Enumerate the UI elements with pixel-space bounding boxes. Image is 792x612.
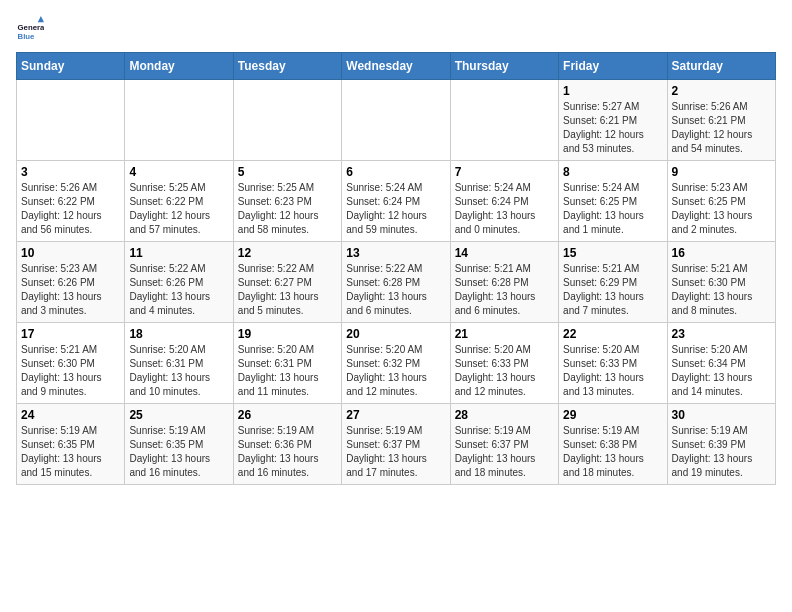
weekday-header-thursday: Thursday <box>450 53 558 80</box>
svg-text:General: General <box>18 23 44 32</box>
week-row-5: 24Sunrise: 5:19 AM Sunset: 6:35 PM Dayli… <box>17 404 776 485</box>
day-number: 24 <box>21 408 120 422</box>
day-number: 13 <box>346 246 445 260</box>
day-number: 7 <box>455 165 554 179</box>
header: General Blue <box>16 16 776 44</box>
day-number: 25 <box>129 408 228 422</box>
day-info: Sunrise: 5:25 AM Sunset: 6:23 PM Dayligh… <box>238 181 337 237</box>
calendar-cell: 16Sunrise: 5:21 AM Sunset: 6:30 PM Dayli… <box>667 242 775 323</box>
day-info: Sunrise: 5:19 AM Sunset: 6:36 PM Dayligh… <box>238 424 337 480</box>
weekday-header-saturday: Saturday <box>667 53 775 80</box>
calendar-cell: 5Sunrise: 5:25 AM Sunset: 6:23 PM Daylig… <box>233 161 341 242</box>
day-info: Sunrise: 5:23 AM Sunset: 6:25 PM Dayligh… <box>672 181 771 237</box>
day-info: Sunrise: 5:19 AM Sunset: 6:39 PM Dayligh… <box>672 424 771 480</box>
calendar-cell: 9Sunrise: 5:23 AM Sunset: 6:25 PM Daylig… <box>667 161 775 242</box>
day-number: 3 <box>21 165 120 179</box>
day-info: Sunrise: 5:19 AM Sunset: 6:35 PM Dayligh… <box>129 424 228 480</box>
day-number: 10 <box>21 246 120 260</box>
calendar-cell <box>342 80 450 161</box>
day-number: 19 <box>238 327 337 341</box>
calendar-cell: 8Sunrise: 5:24 AM Sunset: 6:25 PM Daylig… <box>559 161 667 242</box>
week-row-1: 1Sunrise: 5:27 AM Sunset: 6:21 PM Daylig… <box>17 80 776 161</box>
calendar-cell: 30Sunrise: 5:19 AM Sunset: 6:39 PM Dayli… <box>667 404 775 485</box>
calendar-cell: 22Sunrise: 5:20 AM Sunset: 6:33 PM Dayli… <box>559 323 667 404</box>
day-info: Sunrise: 5:24 AM Sunset: 6:25 PM Dayligh… <box>563 181 662 237</box>
day-info: Sunrise: 5:20 AM Sunset: 6:33 PM Dayligh… <box>563 343 662 399</box>
day-info: Sunrise: 5:21 AM Sunset: 6:28 PM Dayligh… <box>455 262 554 318</box>
day-info: Sunrise: 5:22 AM Sunset: 6:26 PM Dayligh… <box>129 262 228 318</box>
day-number: 2 <box>672 84 771 98</box>
calendar-cell: 19Sunrise: 5:20 AM Sunset: 6:31 PM Dayli… <box>233 323 341 404</box>
day-info: Sunrise: 5:22 AM Sunset: 6:27 PM Dayligh… <box>238 262 337 318</box>
day-number: 18 <box>129 327 228 341</box>
week-row-2: 3Sunrise: 5:26 AM Sunset: 6:22 PM Daylig… <box>17 161 776 242</box>
day-number: 9 <box>672 165 771 179</box>
weekday-header-row: SundayMondayTuesdayWednesdayThursdayFrid… <box>17 53 776 80</box>
calendar-cell: 3Sunrise: 5:26 AM Sunset: 6:22 PM Daylig… <box>17 161 125 242</box>
day-number: 23 <box>672 327 771 341</box>
week-row-4: 17Sunrise: 5:21 AM Sunset: 6:30 PM Dayli… <box>17 323 776 404</box>
day-info: Sunrise: 5:25 AM Sunset: 6:22 PM Dayligh… <box>129 181 228 237</box>
calendar-cell: 10Sunrise: 5:23 AM Sunset: 6:26 PM Dayli… <box>17 242 125 323</box>
weekday-header-wednesday: Wednesday <box>342 53 450 80</box>
day-info: Sunrise: 5:22 AM Sunset: 6:28 PM Dayligh… <box>346 262 445 318</box>
calendar-cell: 15Sunrise: 5:21 AM Sunset: 6:29 PM Dayli… <box>559 242 667 323</box>
day-info: Sunrise: 5:20 AM Sunset: 6:34 PM Dayligh… <box>672 343 771 399</box>
calendar-cell: 12Sunrise: 5:22 AM Sunset: 6:27 PM Dayli… <box>233 242 341 323</box>
calendar-cell: 4Sunrise: 5:25 AM Sunset: 6:22 PM Daylig… <box>125 161 233 242</box>
day-info: Sunrise: 5:21 AM Sunset: 6:30 PM Dayligh… <box>21 343 120 399</box>
calendar-cell: 23Sunrise: 5:20 AM Sunset: 6:34 PM Dayli… <box>667 323 775 404</box>
calendar-cell: 29Sunrise: 5:19 AM Sunset: 6:38 PM Dayli… <box>559 404 667 485</box>
day-number: 14 <box>455 246 554 260</box>
calendar-cell <box>17 80 125 161</box>
day-number: 5 <box>238 165 337 179</box>
calendar-cell <box>125 80 233 161</box>
calendar-cell: 2Sunrise: 5:26 AM Sunset: 6:21 PM Daylig… <box>667 80 775 161</box>
day-info: Sunrise: 5:19 AM Sunset: 6:37 PM Dayligh… <box>455 424 554 480</box>
calendar-cell: 24Sunrise: 5:19 AM Sunset: 6:35 PM Dayli… <box>17 404 125 485</box>
calendar-cell: 17Sunrise: 5:21 AM Sunset: 6:30 PM Dayli… <box>17 323 125 404</box>
day-number: 12 <box>238 246 337 260</box>
day-info: Sunrise: 5:21 AM Sunset: 6:29 PM Dayligh… <box>563 262 662 318</box>
svg-marker-2 <box>38 16 44 22</box>
weekday-header-monday: Monday <box>125 53 233 80</box>
day-info: Sunrise: 5:20 AM Sunset: 6:33 PM Dayligh… <box>455 343 554 399</box>
logo: General Blue <box>16 16 48 44</box>
day-number: 29 <box>563 408 662 422</box>
calendar-cell: 26Sunrise: 5:19 AM Sunset: 6:36 PM Dayli… <box>233 404 341 485</box>
calendar-cell: 21Sunrise: 5:20 AM Sunset: 6:33 PM Dayli… <box>450 323 558 404</box>
day-info: Sunrise: 5:26 AM Sunset: 6:22 PM Dayligh… <box>21 181 120 237</box>
day-number: 16 <box>672 246 771 260</box>
day-number: 21 <box>455 327 554 341</box>
day-number: 20 <box>346 327 445 341</box>
day-number: 4 <box>129 165 228 179</box>
calendar-cell: 1Sunrise: 5:27 AM Sunset: 6:21 PM Daylig… <box>559 80 667 161</box>
calendar-cell: 14Sunrise: 5:21 AM Sunset: 6:28 PM Dayli… <box>450 242 558 323</box>
day-number: 17 <box>21 327 120 341</box>
logo-icon: General Blue <box>16 16 44 44</box>
day-number: 30 <box>672 408 771 422</box>
weekday-header-friday: Friday <box>559 53 667 80</box>
calendar-cell <box>450 80 558 161</box>
weekday-header-sunday: Sunday <box>17 53 125 80</box>
calendar-cell: 7Sunrise: 5:24 AM Sunset: 6:24 PM Daylig… <box>450 161 558 242</box>
day-info: Sunrise: 5:23 AM Sunset: 6:26 PM Dayligh… <box>21 262 120 318</box>
day-number: 28 <box>455 408 554 422</box>
day-number: 6 <box>346 165 445 179</box>
calendar-cell: 27Sunrise: 5:19 AM Sunset: 6:37 PM Dayli… <box>342 404 450 485</box>
svg-text:Blue: Blue <box>18 32 36 41</box>
calendar-cell: 13Sunrise: 5:22 AM Sunset: 6:28 PM Dayli… <box>342 242 450 323</box>
calendar-cell: 18Sunrise: 5:20 AM Sunset: 6:31 PM Dayli… <box>125 323 233 404</box>
day-number: 26 <box>238 408 337 422</box>
calendar-cell: 28Sunrise: 5:19 AM Sunset: 6:37 PM Dayli… <box>450 404 558 485</box>
day-info: Sunrise: 5:24 AM Sunset: 6:24 PM Dayligh… <box>455 181 554 237</box>
day-info: Sunrise: 5:20 AM Sunset: 6:32 PM Dayligh… <box>346 343 445 399</box>
day-number: 8 <box>563 165 662 179</box>
calendar-cell: 11Sunrise: 5:22 AM Sunset: 6:26 PM Dayli… <box>125 242 233 323</box>
calendar-cell: 25Sunrise: 5:19 AM Sunset: 6:35 PM Dayli… <box>125 404 233 485</box>
calendar-cell <box>233 80 341 161</box>
day-info: Sunrise: 5:19 AM Sunset: 6:37 PM Dayligh… <box>346 424 445 480</box>
day-info: Sunrise: 5:20 AM Sunset: 6:31 PM Dayligh… <box>129 343 228 399</box>
calendar-cell: 6Sunrise: 5:24 AM Sunset: 6:24 PM Daylig… <box>342 161 450 242</box>
day-info: Sunrise: 5:21 AM Sunset: 6:30 PM Dayligh… <box>672 262 771 318</box>
